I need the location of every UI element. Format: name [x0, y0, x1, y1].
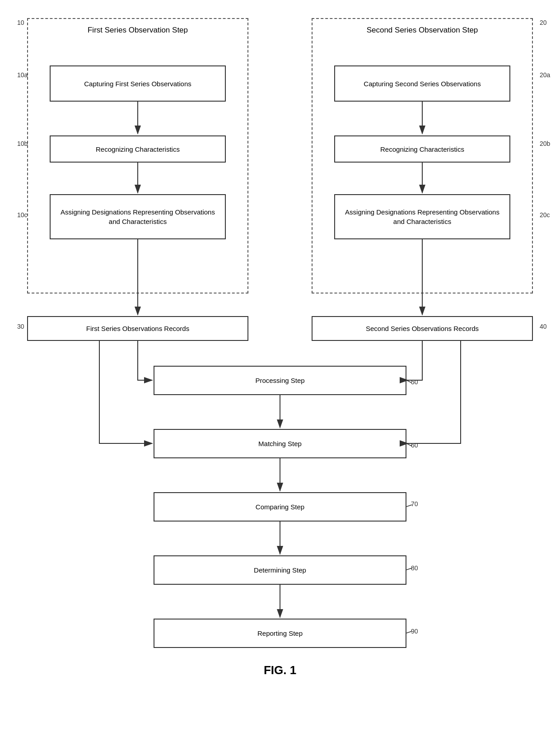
matching-step-box: Matching Step [154, 429, 406, 458]
right-box-c-label: Assigning Designations Representing Obse… [341, 207, 504, 226]
ref-40: 40 [540, 323, 547, 330]
left-box-b: Recognizing Characteristics [50, 135, 226, 163]
processing-step-label: Processing Step [255, 376, 304, 385]
left-section-title: First Series Observation Step [72, 25, 203, 36]
ref-70: 70 [411, 500, 418, 508]
determining-step-label: Determining Step [254, 565, 306, 575]
reporting-step-label: Reporting Step [257, 629, 303, 638]
ref-80: 80 [411, 564, 418, 572]
left-records-box: First Series Observations Records [27, 316, 248, 341]
left-box-b-label: Recognizing Characteristics [96, 144, 180, 154]
right-box-b: Recognizing Characteristics [334, 135, 510, 163]
ref-20: 20 [540, 19, 547, 26]
determining-step-box: Determining Step [154, 555, 406, 585]
right-box-b-label: Recognizing Characteristics [380, 144, 464, 154]
ref-90: 90 [411, 628, 418, 635]
left-box-c: Assigning Designations Representing Obse… [50, 194, 226, 239]
matching-step-label: Matching Step [258, 439, 302, 448]
ref-10a: 10a [17, 71, 28, 79]
ref-20a: 20a [540, 71, 550, 79]
ref-10: 10 [17, 19, 24, 26]
left-records-label: First Series Observations Records [86, 324, 189, 333]
right-box-a-label: Capturing Second Series Observations [364, 79, 481, 89]
left-box-a-label: Capturing First Series Observations [84, 79, 191, 89]
comparing-step-label: Comparing Step [256, 502, 304, 512]
ref-20c: 20c [540, 211, 550, 219]
ref-50: 50 [411, 378, 418, 386]
fig-caption: FIG. 1 [264, 663, 296, 677]
right-records-box: Second Series Observations Records [312, 316, 533, 341]
ref-10b: 10b [17, 140, 28, 147]
right-box-c: Assigning Designations Representing Obse… [334, 194, 510, 239]
right-box-a: Capturing Second Series Observations [334, 65, 510, 102]
ref-10c: 10c [17, 211, 28, 219]
reporting-step-box: Reporting Step [154, 619, 406, 648]
left-box-a: Capturing First Series Observations [50, 65, 226, 102]
comparing-step-box: Comparing Step [154, 492, 406, 522]
ref-30: 30 [17, 323, 24, 330]
left-box-c-label: Assigning Designations Representing Obse… [56, 207, 219, 226]
right-section-title: Second Series Observation Step [357, 25, 488, 36]
right-records-label: Second Series Observations Records [366, 324, 479, 333]
processing-step-box: Processing Step [154, 366, 406, 395]
ref-20b: 20b [540, 140, 550, 147]
diagram-container: First Series Observation Step Capturing … [0, 0, 560, 691]
ref-60: 60 [411, 442, 418, 449]
